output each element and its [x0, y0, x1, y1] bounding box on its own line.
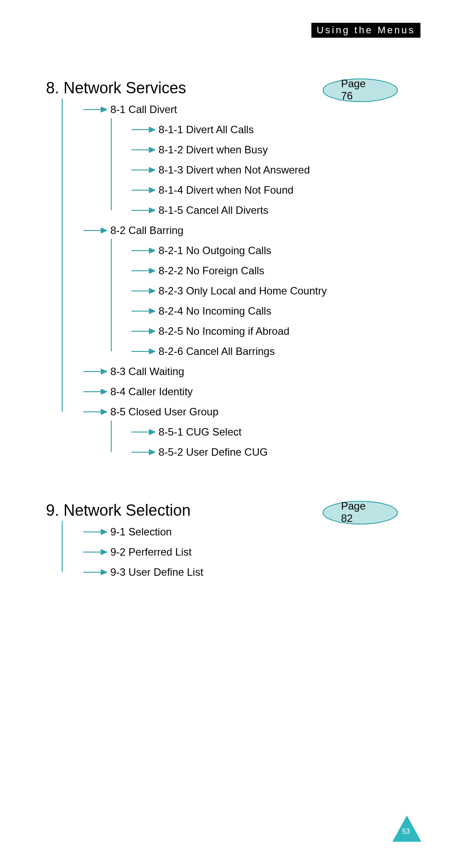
menu-item-8-2: 8-2 Call Barring — [83, 222, 184, 239]
tree-vline-8-5 — [111, 421, 112, 452]
menu-item-9-3: 9-3 User Define List — [83, 563, 203, 581]
svg-marker-22 — [149, 308, 156, 314]
header-section-badge: Using the Menus — [311, 23, 420, 38]
svg-marker-4 — [149, 127, 156, 133]
section-8-title: 8. Network Services — [46, 79, 186, 97]
arrow-icon — [131, 166, 156, 174]
menu-item-label: 8-2-2 No Foreign Calls — [159, 265, 264, 277]
arrow-icon — [131, 266, 156, 275]
menu-item-8-2-3: 8-2-3 Only Local and Home Country — [131, 282, 327, 300]
menu-item-label: 8-5-1 CUG Select — [159, 426, 241, 438]
menu-item-label: 8-2 Call Barring — [110, 224, 184, 237]
svg-marker-34 — [149, 429, 156, 435]
arrow-icon — [131, 327, 156, 336]
menu-item-label: 8-1-1 Divert All Calls — [159, 124, 254, 136]
tree-vline-8-main — [62, 99, 63, 412]
menu-item-8-2-4: 8-2-4 No Incoming Calls — [131, 302, 271, 320]
menu-item-label: 8-5 Closed User Group — [110, 406, 219, 418]
menu-item-label: 8-1-3 Divert when Not Answered — [159, 164, 310, 176]
arrow-icon — [83, 548, 108, 556]
menu-item-8-5: 8-5 Closed User Group — [83, 403, 219, 421]
menu-item-8-4: 8-4 Caller Identity — [83, 383, 193, 400]
section-9-num: 9. — [46, 501, 59, 519]
svg-marker-20 — [149, 288, 156, 294]
arrow-icon — [131, 125, 156, 134]
arrow-icon — [83, 226, 108, 235]
menu-item-label: 8-2-1 No Outgoing Calls — [159, 244, 271, 257]
svg-marker-36 — [149, 449, 156, 455]
arrow-icon — [83, 407, 108, 416]
menu-item-8-1: 8-1 Call Divert — [83, 101, 177, 118]
tree-vline-9-main — [62, 521, 63, 572]
arrow-icon — [131, 347, 156, 356]
arrow-icon — [83, 367, 108, 376]
arrow-icon — [83, 387, 108, 396]
menu-item-8-2-6: 8-2-6 Cancel All Barrings — [131, 343, 275, 360]
section-9-name: Network Selection — [64, 501, 191, 519]
menu-item-label: 8-4 Caller Identity — [110, 386, 193, 398]
svg-marker-43 — [101, 569, 108, 575]
svg-marker-8 — [149, 167, 156, 173]
menu-item-label: 9-1 Selection — [110, 526, 172, 538]
svg-marker-26 — [149, 348, 156, 354]
arrow-icon — [83, 528, 108, 536]
arrow-icon — [131, 186, 156, 195]
svg-marker-6 — [149, 147, 156, 153]
svg-marker-18 — [149, 268, 156, 274]
arrow-icon — [131, 206, 156, 215]
arrow-icon — [131, 246, 156, 255]
menu-item-label: 8-1-4 Divert when Not Found — [159, 184, 293, 196]
arrow-icon — [131, 307, 156, 315]
section-8-name: Network Services — [64, 79, 186, 97]
svg-marker-41 — [101, 549, 108, 555]
menu-item-8-3: 8-3 Call Waiting — [83, 363, 184, 380]
menu-item-label: 8-5-2 User Define CUG — [159, 446, 268, 458]
menu-item-8-1-4: 8-1-4 Divert when Not Found — [131, 181, 293, 199]
menu-item-label: 8-1 Call Divert — [110, 103, 177, 116]
menu-item-9-2: 9-2 Perferred List — [83, 543, 191, 561]
menu-item-8-5-1: 8-5-1 CUG Select — [131, 423, 241, 441]
arrow-icon — [131, 145, 156, 154]
menu-item-8-2-2: 8-2-2 No Foreign Calls — [131, 262, 264, 280]
page-badge-76: Page 76 — [322, 78, 399, 103]
menu-item-9-1: 9-1 Selection — [83, 523, 172, 541]
menu-item-label: 8-1-2 Divert when Busy — [159, 144, 268, 156]
menu-item-8-2-1: 8-2-1 No Outgoing Calls — [131, 242, 271, 259]
svg-marker-16 — [149, 248, 156, 254]
tree-vline-8-2 — [111, 239, 112, 351]
menu-item-8-1-1: 8-1-1 Divert All Calls — [131, 121, 254, 138]
page-number: 53 — [402, 828, 410, 836]
menu-item-label: 8-1-5 Cancel All Diverts — [159, 204, 268, 216]
menu-item-label: 8-3 Call Waiting — [110, 365, 184, 378]
menu-item-8-1-2: 8-1-2 Divert when Busy — [131, 141, 268, 159]
menu-item-label: 8-2-4 No Incoming Calls — [159, 305, 271, 317]
svg-marker-2 — [101, 106, 108, 113]
page-badge-82: Page 82 — [322, 500, 399, 525]
menu-item-8-2-5: 8-2-5 No Incoming if Abroad — [131, 322, 289, 340]
arrow-icon — [131, 448, 156, 457]
tree-vline-8-1 — [111, 118, 112, 210]
svg-marker-28 — [101, 368, 108, 375]
arrow-icon — [131, 287, 156, 295]
svg-marker-12 — [149, 207, 156, 213]
menu-item-label: 9-2 Perferred List — [110, 546, 191, 558]
svg-marker-24 — [149, 328, 156, 334]
svg-marker-14 — [101, 227, 108, 234]
arrow-icon — [83, 105, 108, 114]
page-badge-82-text: Page 82 — [341, 500, 380, 524]
svg-marker-39 — [101, 529, 108, 535]
arrow-icon — [131, 428, 156, 436]
arrow-icon — [83, 568, 108, 577]
section-9-title: 9. Network Selection — [46, 501, 191, 520]
svg-marker-30 — [101, 389, 108, 395]
svg-marker-10 — [149, 187, 156, 193]
page-badge-76-text: Page 76 — [341, 78, 380, 102]
menu-item-8-5-2: 8-5-2 User Define CUG — [131, 443, 268, 461]
section-8-num: 8. — [46, 79, 59, 97]
menu-item-label: 9-3 User Define List — [110, 566, 203, 578]
menu-item-label: 8-2-5 No Incoming if Abroad — [159, 325, 289, 337]
menu-item-label: 8-2-3 Only Local and Home Country — [159, 285, 327, 297]
menu-item-8-1-5: 8-1-5 Cancel All Diverts — [131, 202, 268, 219]
svg-marker-32 — [101, 409, 108, 415]
menu-item-8-1-3: 8-1-3 Divert when Not Answered — [131, 161, 310, 179]
